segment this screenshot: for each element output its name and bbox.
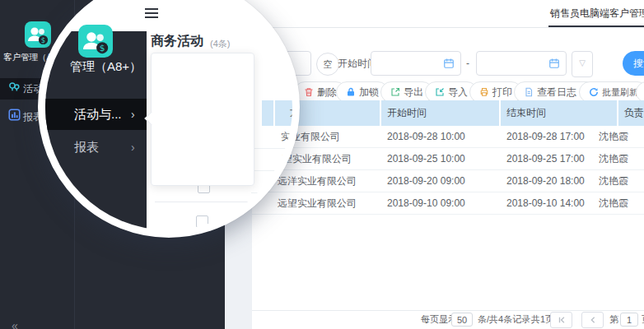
table-header-start-time[interactable]: 开始时间 [387, 100, 427, 126]
calendar-icon [443, 58, 455, 69]
lens-table-header-fragment [262, 100, 300, 126]
cell-start-time: 2018-09-25 10:00 [387, 148, 465, 169]
row-checkbox[interactable] [196, 215, 208, 228]
users-money-icon: $ [78, 25, 113, 58]
cell-start-time: 2018-09-10 09:00 [387, 192, 465, 214]
users-money-icon: $ [25, 21, 51, 48]
calendar-icon [548, 58, 560, 69]
table-row[interactable]: 远洋实业有限公司 2018-09-20 09:00 2018-09-20 18:… [252, 170, 644, 192]
lens-nav-activities-label: 活动与... [74, 99, 122, 130]
tab-sales-pc-crm[interactable]: 销售员电脑端客户管理 [550, 0, 644, 26]
sidebar-collapse-icon[interactable]: « [12, 319, 18, 329]
table-row[interactable]: 远望实业有限公司 2018-09-10 09:00 2018-09-10 14:… [252, 192, 644, 215]
record-count-badge: (4条) [210, 38, 230, 50]
empty-filter-button[interactable]: 空 [316, 53, 339, 76]
cell-owner: 沈艳霞 [599, 170, 628, 192]
import-icon [435, 87, 445, 97]
print-button-label: 打印 [492, 86, 512, 100]
submenu-popup [151, 53, 254, 186]
caret-down-icon: ▽ [579, 58, 586, 67]
header-separator [499, 100, 501, 126]
cell-company: 远望实业有限公司 [278, 192, 357, 214]
lock-icon [346, 87, 356, 97]
hamburger-menu-icon[interactable] [145, 8, 158, 18]
lock-button-label: 加锁 [359, 86, 379, 100]
chevron-right-icon: › [131, 135, 135, 160]
chevron-right-icon: › [131, 99, 135, 130]
page-number-input[interactable] [620, 313, 638, 327]
balloons-icon [8, 81, 21, 94]
cell-start-time: 2018-09-20 09:00 [387, 170, 465, 192]
svg-text:$: $ [100, 43, 105, 53]
chevron-left-icon [589, 316, 597, 324]
table-header-row [252, 100, 644, 126]
batch-refresh-button-label: 批量刷新 [602, 86, 638, 99]
active-tab-underline [548, 25, 644, 27]
lens-header-party: 方 [290, 100, 300, 126]
cell-end-time: 2018-09-10 14:00 [506, 192, 585, 214]
search-button[interactable]: 搜索 [623, 51, 644, 76]
cell-end-time: 2018-09-20 18:00 [506, 170, 585, 192]
header-separator [617, 100, 618, 126]
records-count-label: 条/共4条记录 [478, 310, 530, 329]
per-page-input[interactable] [451, 313, 473, 327]
cell-start-time: 2018-09-28 10:00 [387, 126, 465, 147]
cell-end-time: 2018-09-28 17:00 [506, 126, 585, 147]
lens-app-label: 管理（A8+） [70, 59, 142, 75]
cell-owner: 沈艳霞 [599, 148, 628, 169]
prev-page-button[interactable] [581, 312, 604, 328]
header-separator [380, 100, 381, 126]
import-button-label: 导入 [448, 86, 468, 100]
delete-button-label: 删除 [317, 86, 337, 100]
export-icon [390, 87, 400, 97]
cell-owner: 沈艳霞 [599, 126, 628, 147]
trash-icon [304, 87, 314, 97]
crm-app-icon[interactable]: $ [25, 21, 51, 48]
row-divider [251, 148, 300, 149]
table-header-end-time[interactable]: 结束时间 [506, 100, 546, 126]
svg-text:$: $ [41, 36, 45, 44]
view-log-button-label: 查看日志 [537, 86, 576, 100]
lens-nav-reports-label[interactable]: 报表 [74, 135, 99, 160]
page-prefix-label: 第 [609, 310, 618, 329]
header-separator [273, 100, 275, 126]
bar-chart-icon [8, 109, 21, 121]
cell-owner: 沈艳霞 [599, 192, 628, 214]
printer-icon [479, 87, 489, 97]
table-row[interactable]: 实业有限公司 2018-09-28 10:00 2018-09-28 17:00… [252, 126, 644, 148]
app-window: $ 客户管理（A8+） 活动与 报表 « 销售员电脑端客户管理 空 开始时间 -… [0, 0, 644, 329]
date-range-separator: - [466, 51, 469, 76]
first-page-button[interactable] [550, 312, 572, 328]
cell-end-time: 2018-09-25 17:00 [506, 148, 585, 169]
table-row[interactable]: 望实业有限公司 2018-09-25 10:00 2018-09-25 17:0… [252, 148, 644, 170]
expand-filters-button[interactable]: ▽ [572, 51, 593, 77]
cell-company: 远洋实业有限公司 [278, 170, 357, 192]
first-page-icon [558, 316, 566, 324]
lens-crm-app-icon: $ [78, 25, 113, 58]
row-divider [155, 202, 254, 202]
search-button-label: 搜索 [633, 58, 644, 69]
page-title: 商务活动 [151, 33, 203, 50]
document-icon [524, 87, 534, 97]
refresh-icon [589, 87, 599, 97]
table-header-owner[interactable]: 负责人 [624, 100, 644, 126]
export-button-label: 导出 [404, 86, 423, 100]
cell-company: 望实业有限公司 [282, 148, 352, 169]
